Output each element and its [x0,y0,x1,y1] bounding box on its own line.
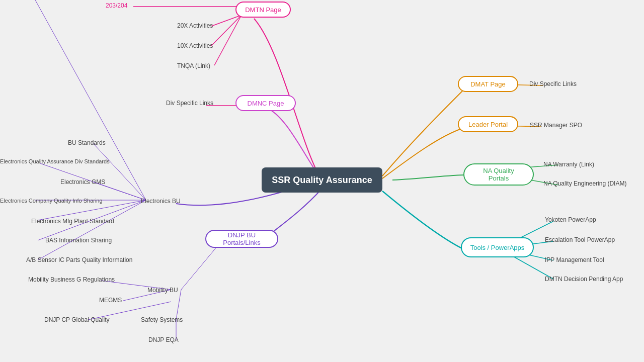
ssr-mgr-spo-node: SSR Manager SPO [530,122,582,129]
elec-co-quality-node: Electronics Company Quality Info Sharing [0,198,103,204]
dmtn-decision-node: DMTN Decision Pending App [545,276,623,283]
leader-portal-node[interactable]: Leader Portal [458,116,518,132]
n20x-node: 20X Activities [177,22,213,29]
leader-portal-label: Leader Portal [468,121,508,128]
na-quality-portals-node[interactable]: NA Quality Portals [463,163,534,186]
dmat-page-node[interactable]: DMAT Page [458,76,518,92]
dmnc-page-node[interactable]: DMNC Page [235,95,296,111]
dnjp-bu-portals-label: DNJP BU Portals/Links [214,231,269,246]
mobility-bu-node: Mobility BU [147,287,178,294]
tools-powerapps-label: Tools / PowerApps [470,244,525,251]
dmat-page-label: DMAT Page [470,80,506,88]
elec-bu-node: Electronics BU [141,198,181,205]
dnjp-cp-node: DNJP CP Global Quality [44,316,110,323]
ipp-mgmt-node: IPP Management Tool [545,256,604,263]
na-quality-eng-node: NA Quality Engineering (DIAM) [543,180,626,187]
dnjp-eqa-node: DNJP EQA [148,336,179,343]
na-quality-portals-label: NA Quality Portals [472,167,525,182]
ab-sensor-node: A/B Sensor IC Parts Quality Information [26,256,132,263]
bu-standards-node: BU Standards [68,139,106,146]
center-node[interactable]: SSR Quality Assurance [262,167,382,193]
dmtn-page-label: DMTN Page [245,6,281,14]
center-label: SSR Quality Assurance [272,175,372,186]
elec-mfg-node: Electronics Mfg Plant Standard [31,218,114,225]
dmtn-page-node[interactable]: DMTN Page [235,2,291,18]
tools-powerapps-node[interactable]: Tools / PowerApps [461,237,534,257]
elec-gms-node: Electronics GMS [60,178,105,186]
div-links-right-node: Div Specific Links [529,80,577,87]
escalation-tool-node: Escalation Tool PowerApp [545,236,615,243]
n203-node: 203/204 [106,2,127,9]
na-warranty-node: NA Warranty (Link) [543,161,594,168]
yokoten-node: Yokoten PowerApp [545,216,596,223]
tnqa-node: TNQA (Link) [177,62,210,69]
div-links-left-node: Div Specific Links [166,100,213,107]
bas-info-node: BAS Information Sharing [45,237,112,244]
elec-qa-div-node: Electronics Quality Assurance Div Standa… [0,158,110,164]
n10x-node: 10X Activities [177,42,213,49]
megms-node: MEGMS [99,297,122,304]
dmnc-page-label: DMNC Page [248,100,284,107]
dnjp-bu-portals-node[interactable]: DNJP BU Portals/Links [205,230,278,248]
safety-sys-node: Safety Systems [141,316,183,323]
mobility-g-reg-node: Mobility Business G Regulations [28,276,115,283]
